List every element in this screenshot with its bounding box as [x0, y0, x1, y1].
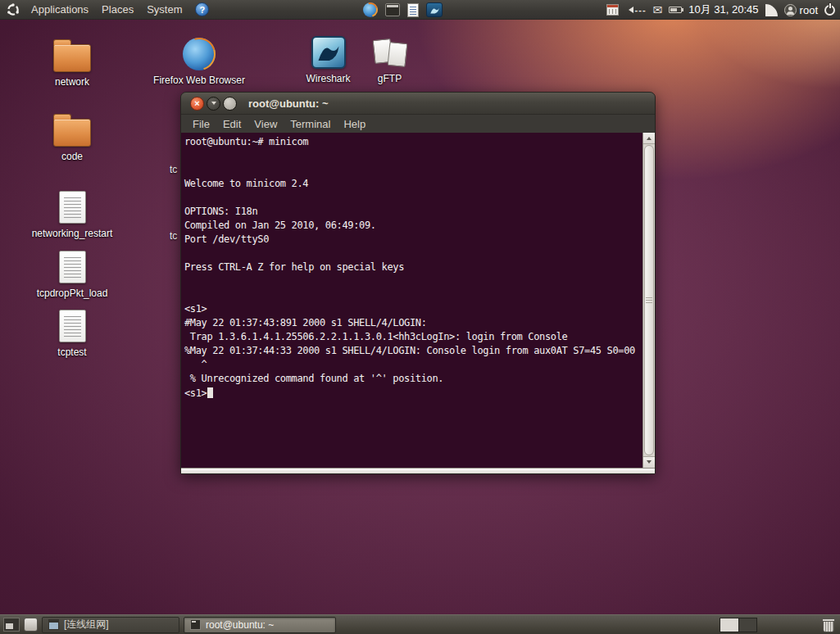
desktop-icon-label: networking_restart: [32, 228, 113, 239]
battery-fill: [670, 8, 677, 11]
desktop-icon-label-partial: tc: [170, 230, 180, 242]
desktop-icon-label-partial: tc: [170, 164, 180, 175]
trash-icon[interactable]: [822, 618, 833, 632]
menubar-terminal[interactable]: Terminal: [284, 116, 337, 132]
menu-system[interactable]: System: [140, 0, 188, 19]
panel-launchers: [363, 0, 443, 20]
bottom-panel: [连线组网] root@ubuntu: ~: [0, 614, 840, 634]
desktop-icon-label: tcpdropPkt_load: [37, 288, 108, 299]
speaker-icon: [625, 7, 633, 13]
ubuntu-logo-icon[interactable]: [0, 3, 25, 16]
window-title: root@ubuntu: ~: [248, 97, 329, 110]
scrollbar-thumb[interactable]: [644, 145, 654, 455]
help-icon[interactable]: ?: [195, 2, 209, 16]
folder-icon: [53, 119, 91, 147]
window-close-button[interactable]: ×: [190, 97, 204, 111]
menubar-edit[interactable]: Edit: [216, 116, 247, 132]
terminal-scrollbar[interactable]: [642, 133, 655, 468]
clock[interactable]: 10月 31, 20:45: [688, 2, 758, 17]
panel-menus: Applications Places System ?: [0, 0, 209, 19]
window-resize-edge[interactable]: [181, 468, 655, 473]
menu-applications[interactable]: Applications: [25, 0, 95, 19]
desktop-icon-network[interactable]: network: [27, 39, 117, 88]
volume-icon[interactable]: ---: [625, 5, 647, 15]
desktop-icon-label: tcptest: [57, 346, 86, 358]
volume-level-dashes: ---: [635, 5, 647, 15]
minimize-glyph: [211, 102, 216, 107]
window-maximize-button[interactable]: [223, 97, 237, 111]
scroll-down-button[interactable]: [643, 456, 655, 468]
mail-icon[interactable]: ✉: [653, 4, 663, 16]
window-minimize-button[interactable]: [207, 97, 220, 111]
menubar-help[interactable]: Help: [337, 116, 372, 132]
desktop-icon-code[interactable]: code: [27, 114, 117, 162]
desktop-icon-label: Wireshark: [306, 73, 350, 84]
taskbar-item-connection[interactable]: [连线组网]: [42, 617, 179, 633]
terminal-titlebar[interactable]: × root@ubuntu: ~: [181, 93, 655, 115]
wireshark-icon: [311, 36, 346, 69]
calendar-icon[interactable]: [606, 4, 619, 16]
power-icon[interactable]: [824, 5, 835, 16]
desktop-screen: Applications Places System ? --- ✉ 10月 3…: [0, 0, 840, 634]
terminal-text: root@ubuntu:~# minicom Welcome to minico…: [184, 136, 635, 399]
desktop-icon-tcpdroppkt-load[interactable]: tcpdropPkt_load: [19, 251, 125, 299]
network-signal-icon[interactable]: [765, 4, 778, 16]
terminal-output[interactable]: root@ubuntu:~# minicom Welcome to minico…: [181, 133, 655, 468]
terminal-text-block: root@ubuntu:~# minicom Welcome to minico…: [184, 135, 642, 401]
show-desktop-button[interactable]: [3, 618, 20, 632]
top-panel: Applications Places System ? --- ✉ 10月 3…: [0, 0, 840, 20]
document-launcher-icon[interactable]: [407, 3, 419, 17]
panel-applet-icon[interactable]: [24, 618, 38, 632]
user-menu[interactable]: root: [784, 4, 818, 16]
desktop-icon-tcptest[interactable]: tcptest: [27, 310, 117, 358]
battery-icon[interactable]: [669, 7, 682, 13]
user-icon: [784, 4, 797, 16]
firefox-launcher-icon[interactable]: [363, 2, 378, 17]
terminal-launcher-icon[interactable]: [385, 3, 400, 16]
menu-places[interactable]: Places: [95, 0, 140, 19]
document-icon: [59, 191, 86, 224]
terminal-window: × root@ubuntu: ~ File Edit View Terminal…: [180, 92, 656, 474]
arrow-up-icon: [647, 134, 652, 140]
menubar-view[interactable]: View: [247, 116, 284, 132]
desktop-icon-label: code: [61, 151, 83, 162]
window-buttons: ×: [190, 97, 237, 111]
workspace-2[interactable]: [738, 618, 756, 632]
folder-icon: [53, 44, 91, 72]
menubar-file[interactable]: File: [186, 116, 216, 132]
taskbar-item-terminal[interactable]: root@ubuntu: ~: [184, 617, 336, 633]
document-icon: [59, 310, 86, 342]
desktop-icon-label: network: [55, 76, 89, 88]
document-icon: [59, 251, 86, 283]
desktop-icon-firefox[interactable]: Firefox Web Browser: [138, 38, 261, 86]
terminal-icon: [190, 619, 201, 630]
taskbar-item-label: [连线组网]: [64, 618, 109, 632]
wireshark-launcher-icon[interactable]: [426, 2, 443, 17]
terminal-menubar: File Edit View Terminal Help: [181, 115, 655, 133]
taskbar-item-label: root@ubuntu: ~: [206, 619, 274, 631]
desktop-icon-label: Firefox Web Browser: [153, 75, 245, 86]
firefox-icon: [183, 38, 216, 70]
panel-indicators: --- ✉ 10月 31, 20:45 root: [606, 0, 837, 20]
desktop-icon-label: gFTP: [378, 73, 402, 84]
desktop-icon-networking-restart[interactable]: networking_restart: [19, 191, 125, 239]
scroll-up-button[interactable]: [643, 133, 655, 144]
gftp-icon: [373, 38, 407, 69]
desktop-icon-gftp[interactable]: gFTP: [351, 38, 429, 84]
scrollbar-grip: [646, 297, 652, 304]
terminal-cursor: [207, 387, 213, 398]
workspace-1[interactable]: [720, 618, 738, 632]
workspace-switcher[interactable]: [720, 618, 757, 632]
arrow-down-icon: [647, 460, 652, 466]
username: root: [800, 4, 818, 16]
window-icon: [48, 619, 59, 630]
